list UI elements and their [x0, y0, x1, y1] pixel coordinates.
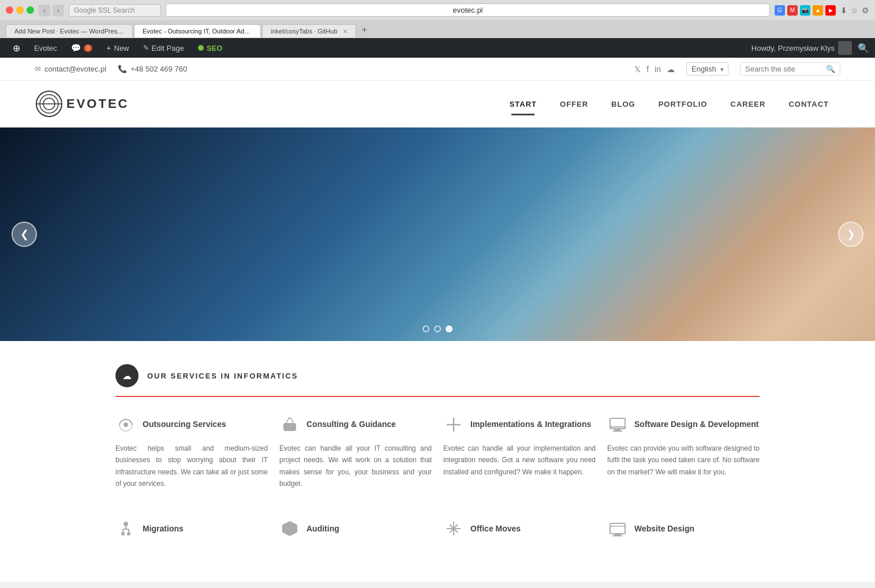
tab-evotec[interactable]: Evotec - Outsourcing IT, Outdoor Ad... ✕: [134, 24, 261, 38]
wp-logo-item[interactable]: ⊕: [6, 38, 27, 58]
phone-icon: 📞: [118, 65, 127, 73]
slider-prev-button[interactable]: ❮: [12, 222, 37, 247]
forward-button[interactable]: ›: [53, 5, 64, 16]
linkedin-icon[interactable]: in: [655, 65, 661, 74]
ext-drive[interactable]: ▲: [813, 5, 823, 16]
svg-rect-28: [612, 535, 623, 537]
browser-toolbar: ‹ › Google SSL Search evotec.pl G M 📷 ▲ …: [0, 0, 875, 20]
ext-maps[interactable]: M: [787, 5, 798, 16]
nav-start[interactable]: START: [498, 94, 548, 114]
services-section: ☁ OUR SERVICES IN INFORMATICS Outsourcin…: [0, 341, 875, 582]
edit-icon: ✎: [143, 44, 149, 52]
nav-contact[interactable]: CONTACT: [777, 94, 840, 114]
section-title: OUR SERVICES IN INFORMATICS: [147, 372, 298, 380]
tab-close-icon[interactable]: ✕: [255, 28, 259, 35]
service-desc-software: Evotec can provide you with software des…: [607, 443, 760, 478]
service-title-implementations: Implementations & Integrations: [470, 419, 591, 429]
svg-rect-27: [614, 534, 621, 535]
slider-dot-3[interactable]: [446, 325, 453, 332]
nav-buttons: ‹ ›: [39, 5, 64, 16]
svg-rect-10: [615, 429, 620, 430]
office-moves-icon: [443, 519, 463, 539]
download-icon[interactable]: ⬇: [840, 6, 847, 15]
ext-camera[interactable]: 📷: [800, 5, 810, 16]
hero-background: [0, 128, 875, 341]
seo-status-dot: [198, 45, 204, 51]
service-card-office-moves: Office Moves: [443, 519, 596, 559]
software-icon: [607, 414, 627, 435]
wp-comments[interactable]: 💬 0: [64, 38, 100, 58]
ext-google[interactable]: G: [775, 5, 785, 16]
slider-dot-1[interactable]: [422, 325, 429, 332]
section-header: ☁ OUR SERVICES IN INFORMATICS: [115, 364, 760, 397]
implementations-icon: [443, 414, 463, 435]
main-navigation: EVOTEC START OFFER BLOG PORTFOLIO CAREER…: [0, 81, 875, 128]
ext-youtube[interactable]: ▶: [825, 5, 836, 16]
logo-svg: EVOTEC: [35, 89, 162, 118]
services-grid: Outsourcing Services Evotec helps small …: [115, 414, 760, 559]
language-dropdown[interactable]: English Polski: [686, 62, 728, 76]
nav-career[interactable]: CAREER: [719, 94, 777, 114]
new-tab-button[interactable]: +: [360, 23, 369, 38]
maximize-button[interactable]: [27, 6, 34, 14]
site-search[interactable]: 🔍: [740, 62, 840, 76]
facebook-icon[interactable]: f: [646, 65, 649, 74]
settings-icon[interactable]: ⚙: [862, 6, 869, 15]
wp-new-button[interactable]: + New: [99, 38, 136, 58]
wp-search-icon[interactable]: 🔍: [858, 43, 869, 54]
svg-point-12: [124, 522, 128, 526]
browser-chrome: ‹ › Google SSL Search evotec.pl G M 📷 ▲ …: [0, 0, 875, 38]
address-bar[interactable]: evotec.pl: [166, 3, 770, 17]
wp-site-name[interactable]: Evotec: [27, 38, 64, 58]
back-button[interactable]: ‹: [39, 5, 50, 16]
bookmark-icon[interactable]: ☆: [851, 6, 858, 15]
service-card-header: Office Moves: [443, 519, 596, 539]
slider-dots: [422, 325, 453, 332]
window-controls: [6, 6, 34, 14]
tab-close-icon[interactable]: ✕: [126, 28, 130, 35]
browser-action-icons: ⬇ ☆ ⚙: [840, 6, 869, 15]
svg-point-17: [122, 533, 124, 535]
email-contact: ✉ contact@evotec.pl: [35, 65, 106, 73]
service-title-consulting: Consulting & Guidance: [306, 419, 396, 429]
wp-edit-page[interactable]: ✎ Edit Page: [136, 38, 191, 58]
cloud-services-icon: ☁: [122, 370, 132, 381]
auditing-icon: [279, 519, 300, 539]
tab-github[interactable]: inket/cosyTabs · GitHub ✕: [262, 24, 356, 38]
minimize-button[interactable]: [16, 6, 24, 14]
email-icon: ✉: [35, 65, 41, 73]
social-icons: 𝕏 f in ☁: [634, 65, 675, 74]
search-icon[interactable]: 🔍: [826, 65, 835, 73]
wp-admin-right: Howdy, Przemysław Klys 🔍: [751, 41, 869, 55]
twitter-icon[interactable]: 𝕏: [634, 65, 641, 74]
close-button[interactable]: [6, 6, 13, 14]
howdy-greeting[interactable]: Howdy, Przemysław Klys: [751, 41, 852, 55]
language-selector[interactable]: English Polski ▼: [686, 62, 728, 76]
cloud-icon[interactable]: ☁: [667, 65, 675, 74]
nav-blog[interactable]: BLOG: [600, 94, 647, 114]
service-title-office-moves: Office Moves: [470, 523, 521, 534]
phone-contact: 📞 +48 502 469 760: [118, 65, 187, 73]
service-card-consulting: Consulting & Guidance Evotec can handle …: [279, 414, 432, 501]
nav-offer[interactable]: OFFER: [548, 94, 600, 114]
wp-seo[interactable]: SEO: [191, 38, 229, 58]
slider-next-button[interactable]: ❯: [838, 222, 863, 247]
extension-bar: G M 📷 ▲ ▶: [775, 5, 836, 16]
service-card-outsourcing: Outsourcing Services Evotec helps small …: [115, 414, 268, 501]
wp-logo-icon: ⊕: [13, 43, 20, 54]
consulting-icon: [279, 414, 300, 435]
tab-wordpress[interactable]: Add New Post · Evotec — WordPress ✕: [6, 24, 133, 38]
logo[interactable]: EVOTEC: [35, 89, 162, 118]
website-content: ✉ contact@evotec.pl 📞 +48 502 469 760 𝕏 …: [0, 58, 875, 582]
slider-dot-2[interactable]: [434, 325, 441, 332]
service-card-header: Implementations & Integrations: [443, 414, 596, 435]
service-title-outsourcing: Outsourcing Services: [143, 419, 226, 429]
svg-point-5: [124, 422, 128, 427]
service-card-header: Outsourcing Services: [115, 414, 268, 435]
tab-close-icon[interactable]: ✕: [343, 28, 347, 35]
service-card-header: Website Design: [607, 519, 760, 539]
search-input[interactable]: [745, 65, 826, 73]
svg-point-18: [128, 533, 130, 535]
nav-portfolio[interactable]: PORTFOLIO: [647, 94, 719, 114]
top-right-area: 𝕏 f in ☁ English Polski ▼ 🔍: [634, 62, 840, 76]
